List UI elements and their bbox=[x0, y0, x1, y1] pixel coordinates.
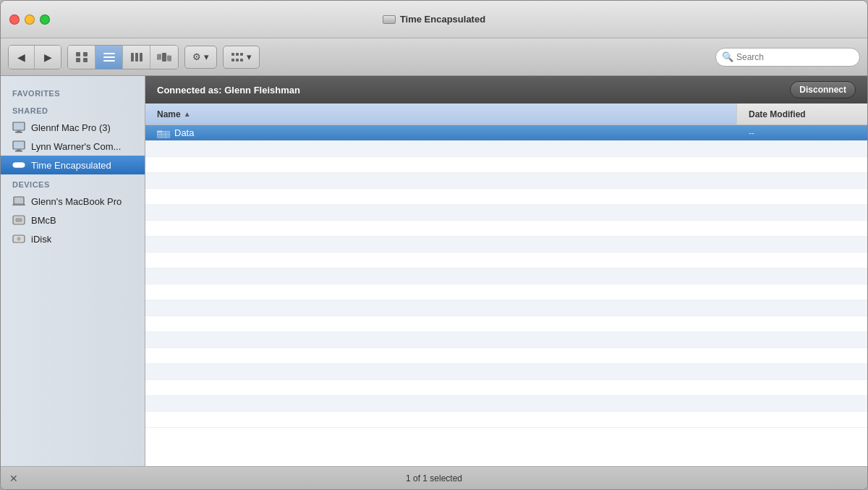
svg-rect-6 bbox=[103, 60, 115, 62]
grid-folder-icon bbox=[157, 127, 170, 140]
list-view-button[interactable] bbox=[95, 46, 123, 69]
svg-rect-3 bbox=[83, 58, 88, 62]
sidebar-item-idisk-label: iDisk bbox=[31, 234, 51, 245]
connection-bar: Connected as: Glenn Fleishman Disconnect bbox=[145, 76, 867, 104]
name-column-header[interactable]: Name ▲ bbox=[145, 104, 737, 124]
svg-rect-9 bbox=[140, 53, 142, 62]
window-title: Time Encapsulated bbox=[400, 14, 485, 25]
icon-view-button[interactable] bbox=[68, 46, 95, 69]
forward-button[interactable]: ▶ bbox=[35, 46, 61, 69]
table-row[interactable]: Data -- bbox=[145, 125, 867, 141]
toolbar: ◀ ▶ bbox=[1, 38, 867, 76]
date-modified-column-header[interactable]: Date Modified bbox=[737, 104, 867, 124]
timecapsule-icon bbox=[12, 159, 25, 172]
sidebar-item-bmcb-label: BMcB bbox=[31, 215, 56, 226]
table-row bbox=[145, 332, 867, 348]
computer-icon-2 bbox=[12, 140, 25, 153]
svg-rect-23 bbox=[17, 149, 21, 151]
sidebar-item-idisk[interactable]: iDisk bbox=[1, 229, 145, 248]
close-icon[interactable]: ✕ bbox=[9, 473, 18, 484]
back-button[interactable]: ◀ bbox=[9, 46, 35, 69]
sidebar-item-lynn-warner-label: Lynn Warner's Com... bbox=[31, 141, 121, 152]
svg-rect-15 bbox=[240, 53, 243, 56]
titlebar: Time Encapsulated bbox=[1, 1, 867, 38]
column-view-icon bbox=[130, 51, 143, 63]
table-row bbox=[145, 173, 867, 189]
svg-rect-13 bbox=[231, 53, 234, 56]
svg-rect-17 bbox=[236, 59, 239, 62]
connection-text: Connected as: Glenn Fleishman bbox=[157, 85, 300, 96]
file-name-cell: Data bbox=[145, 127, 737, 140]
sidebar: FAVORITES SHARED Glennf Mac Pro (3) bbox=[1, 76, 145, 466]
status-bar: ✕ 1 of 1 selected bbox=[1, 466, 867, 489]
search-box[interactable]: 🔍 bbox=[715, 48, 860, 67]
status-text: 1 of 1 selected bbox=[406, 473, 462, 483]
svg-rect-2 bbox=[76, 58, 80, 62]
table-row bbox=[145, 284, 867, 300]
sidebar-item-bmcb[interactable]: BMcB bbox=[1, 211, 145, 229]
favorites-section-label: FAVORITES bbox=[1, 83, 145, 101]
drive-icon-idisk bbox=[12, 232, 25, 245]
column-view-button[interactable] bbox=[123, 46, 150, 69]
table-row bbox=[145, 157, 867, 173]
close-button[interactable] bbox=[9, 14, 20, 25]
view-buttons-group bbox=[67, 45, 179, 69]
gear-icon: ⚙ bbox=[192, 51, 201, 62]
sidebar-item-glennf-mac-pro-label: Glennf Mac Pro (3) bbox=[31, 122, 111, 133]
file-date-cell: -- bbox=[737, 128, 867, 138]
finder-window: Time Encapsulated ◀ ▶ bbox=[0, 0, 868, 490]
devices-section-label: DEVICES bbox=[1, 174, 145, 192]
content-area: FAVORITES SHARED Glennf Mac Pro (3) bbox=[1, 76, 867, 466]
file-list-header: Name ▲ Date Modified bbox=[145, 104, 867, 125]
sidebar-item-time-encapsulated[interactable]: Time Encapsulated bbox=[1, 156, 145, 174]
sidebar-item-time-encapsulated-label: Time Encapsulated bbox=[31, 160, 111, 171]
table-row bbox=[145, 237, 867, 253]
svg-rect-19 bbox=[13, 122, 25, 130]
svg-rect-24 bbox=[15, 151, 22, 152]
svg-rect-11 bbox=[157, 54, 161, 60]
svg-rect-25 bbox=[13, 163, 25, 168]
minimize-button[interactable] bbox=[25, 14, 35, 25]
svg-rect-10 bbox=[162, 53, 166, 62]
table-row bbox=[145, 221, 867, 237]
action-button[interactable]: ⚙ ▾ bbox=[184, 46, 217, 69]
table-row bbox=[145, 141, 867, 157]
arrange-icon bbox=[231, 52, 244, 62]
svg-rect-30 bbox=[16, 219, 22, 221]
svg-rect-27 bbox=[14, 197, 24, 204]
search-input[interactable] bbox=[736, 52, 854, 62]
sidebar-item-lynn-warner[interactable]: Lynn Warner's Com... bbox=[1, 137, 145, 156]
table-row bbox=[145, 189, 867, 205]
title-drive-icon bbox=[383, 15, 396, 24]
coverflow-view-button[interactable] bbox=[150, 46, 178, 69]
svg-rect-12 bbox=[167, 55, 171, 62]
macbook-icon bbox=[12, 195, 25, 208]
table-row bbox=[145, 364, 867, 380]
svg-rect-5 bbox=[103, 56, 115, 58]
svg-rect-22 bbox=[13, 141, 25, 149]
sidebar-item-macbook-pro[interactable]: Glenn's MacBook Pro bbox=[1, 192, 145, 211]
window-title-area: Time Encapsulated bbox=[383, 14, 485, 25]
disconnect-button[interactable]: Disconnect bbox=[790, 81, 856, 98]
maximize-button[interactable] bbox=[40, 14, 50, 25]
svg-rect-8 bbox=[135, 53, 138, 62]
table-row bbox=[145, 205, 867, 221]
list-view-icon bbox=[103, 51, 116, 63]
nav-buttons-group: ◀ ▶ bbox=[8, 45, 61, 69]
search-icon: 🔍 bbox=[722, 51, 733, 62]
sidebar-item-glennf-mac-pro[interactable]: Glennf Mac Pro (3) bbox=[1, 118, 145, 137]
sort-arrow-icon: ▲ bbox=[184, 110, 191, 118]
svg-rect-28 bbox=[12, 204, 25, 206]
shared-section-label: SHARED bbox=[1, 101, 145, 118]
action-dropdown-arrow: ▾ bbox=[204, 51, 209, 62]
svg-rect-1 bbox=[83, 52, 88, 56]
table-row bbox=[145, 253, 867, 269]
svg-rect-0 bbox=[76, 52, 80, 56]
arrange-button[interactable]: ▾ bbox=[223, 46, 260, 69]
window-controls bbox=[9, 14, 50, 25]
table-row bbox=[145, 300, 867, 316]
table-row bbox=[145, 412, 867, 428]
svg-rect-21 bbox=[15, 132, 22, 133]
table-row bbox=[145, 316, 867, 332]
file-area: Connected as: Glenn Fleishman Disconnect… bbox=[145, 76, 867, 466]
